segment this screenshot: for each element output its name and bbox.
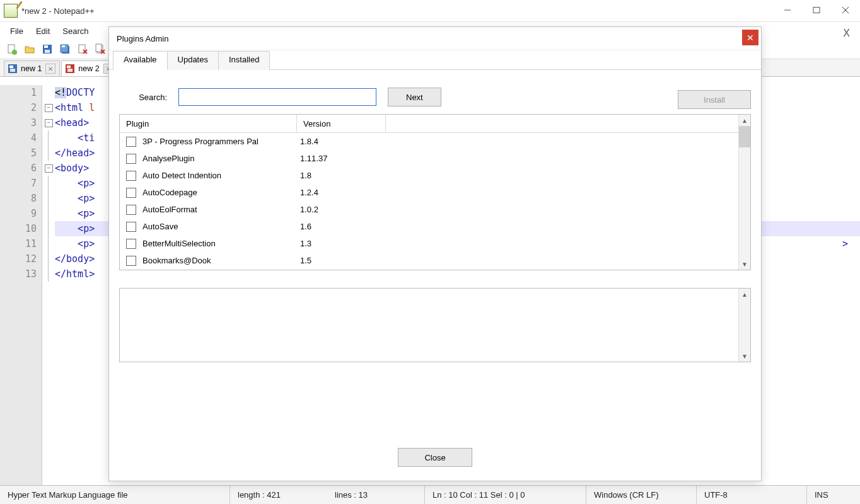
plugin-name: AutoCodepage	[142, 188, 294, 197]
plugin-version: 1.6	[300, 222, 376, 231]
plugin-checkbox[interactable]	[126, 239, 136, 249]
open-file-icon[interactable]	[21, 41, 38, 57]
install-button[interactable]: Install	[678, 90, 751, 109]
column-plugin[interactable]: Plugin	[120, 115, 297, 132]
plugin-checkbox[interactable]	[126, 222, 136, 232]
line-gutter: 12345678910111213	[0, 85, 42, 486]
window-title: *new 2 - Notepad++	[21, 6, 95, 16]
plugin-version: 1.3	[300, 239, 376, 248]
plugin-name: AutoSave	[142, 222, 294, 231]
new-file-icon[interactable]	[4, 41, 20, 57]
tab-available[interactable]: Available	[113, 51, 168, 70]
window-controls	[773, 0, 860, 20]
plugin-row[interactable]: AnalysePlugin1.11.37	[120, 150, 750, 167]
close-all-icon[interactable]	[92, 41, 108, 57]
next-button[interactable]: Next	[388, 88, 441, 106]
menu-edit[interactable]: Edit	[30, 24, 56, 38]
plugin-checkbox[interactable]	[126, 188, 136, 198]
plugin-version: 1.0.2	[300, 205, 376, 214]
status-eol: Windows (CR LF)	[586, 486, 696, 504]
dialog-footer: Close	[109, 448, 761, 467]
status-length: length : 421	[230, 486, 327, 504]
scrollbar[interactable]: ▲ ▼	[738, 289, 750, 362]
plugin-version: 1.8.4	[300, 137, 376, 146]
svg-rect-7	[44, 45, 48, 48]
file-tab-label: new 1	[21, 64, 42, 73]
plugin-name: 3P - Progress Programmers Pal	[142, 137, 294, 146]
status-mode: INS	[806, 486, 860, 504]
app-window: *new 2 - Notepad++ File Edit Search X ne…	[0, 0, 860, 504]
column-spacer	[386, 115, 750, 132]
plugin-version: 1.8	[300, 171, 376, 180]
dialog-tabbar: Available Updates Installed	[109, 50, 761, 70]
svg-rect-16	[96, 44, 102, 52]
app-icon	[4, 4, 18, 18]
plugin-name: AutoEolFormat	[142, 205, 294, 214]
plugin-checkbox[interactable]	[126, 137, 136, 147]
plugin-checkbox[interactable]	[126, 171, 136, 181]
status-pos: Ln : 10 Col : 11 Sel : 0 | 0	[424, 486, 586, 504]
scrollbar[interactable]: ▲ ▼	[738, 115, 750, 270]
plugin-checkbox[interactable]	[126, 256, 136, 266]
plugin-list-body[interactable]: 3P - Progress Programmers Pal1.8.4Analys…	[120, 133, 750, 269]
menu-search[interactable]: Search	[56, 24, 95, 38]
scroll-thumb[interactable]	[739, 126, 750, 147]
search-input[interactable]	[178, 88, 376, 106]
plugin-row[interactable]: Auto Detect Indention1.8	[120, 167, 750, 184]
plugin-row[interactable]: 3P - Progress Programmers Pal1.8.4	[120, 133, 750, 150]
file-tab-label: new 2	[78, 64, 99, 73]
plugin-row[interactable]: Bookmarks@Dook1.5	[120, 252, 750, 269]
close-file-icon[interactable]	[74, 41, 91, 57]
plugin-row[interactable]: AutoEolFormat1.0.2	[120, 201, 750, 218]
status-encoding: UTF-8	[696, 486, 806, 504]
svg-rect-12	[79, 45, 85, 53]
status-lang: Hyper Text Markup Language file	[0, 486, 230, 504]
scroll-up-icon[interactable]: ▲	[739, 115, 750, 126]
tab-installed[interactable]: Installed	[218, 51, 270, 70]
svg-rect-11	[62, 45, 65, 47]
svg-rect-1	[813, 8, 820, 13]
tab-updates[interactable]: Updates	[167, 51, 219, 70]
svg-rect-8	[45, 50, 50, 53]
plugin-version: 1.2.4	[300, 188, 376, 197]
maximize-button[interactable]	[802, 0, 831, 20]
close-button[interactable]: Close	[398, 448, 472, 467]
menu-file[interactable]: File	[4, 24, 30, 38]
plugin-name: Bookmarks@Dook	[142, 256, 294, 265]
statusbar: Hyper Text Markup Language file length :…	[0, 485, 860, 504]
window-close-button[interactable]	[831, 0, 860, 20]
minimize-button[interactable]	[773, 0, 802, 20]
fold-gutter: −−−	[42, 85, 55, 486]
status-lines: lines : 13	[327, 486, 424, 504]
disk-icon	[8, 64, 17, 73]
plugins-admin-dialog: Plugins Admin ✕ Available Updates Instal…	[108, 26, 762, 481]
plugin-checkbox[interactable]	[126, 205, 136, 215]
plugin-name: AnalysePlugin	[142, 154, 294, 163]
file-tab[interactable]: new 1 ✕	[4, 60, 60, 76]
scroll-down-icon[interactable]: ▼	[739, 350, 750, 362]
plugin-row[interactable]: AutoSave1.6	[120, 218, 750, 235]
plugin-description: ▲ ▼	[119, 288, 751, 362]
plugin-name: BetterMultiSelection	[142, 239, 294, 248]
save-icon[interactable]	[39, 41, 55, 57]
disk-icon	[66, 64, 74, 73]
column-version[interactable]: Version	[297, 115, 386, 132]
plugin-version: 1.5	[300, 256, 376, 265]
plugin-list: Plugin Version 3P - Progress Programmers…	[119, 114, 751, 270]
scroll-up-icon[interactable]: ▲	[739, 289, 750, 300]
plugin-row[interactable]: BetterMultiSelection1.3	[120, 235, 750, 252]
search-row: Search: Next	[109, 70, 761, 114]
plugin-name: Auto Detect Indention	[142, 171, 294, 180]
svg-point-5	[12, 50, 17, 55]
dialog-close-button[interactable]: ✕	[742, 30, 758, 45]
dialog-title: Plugins Admin	[117, 34, 168, 43]
plugin-checkbox[interactable]	[126, 154, 136, 164]
tab-close-x[interactable]: X	[843, 28, 850, 39]
plugin-list-header: Plugin Version	[120, 115, 750, 133]
save-all-icon[interactable]	[57, 41, 73, 57]
search-label: Search:	[132, 93, 167, 102]
close-icon[interactable]: ✕	[45, 64, 55, 74]
scroll-down-icon[interactable]: ▼	[739, 258, 750, 270]
dialog-titlebar: Plugins Admin ✕	[109, 27, 761, 50]
plugin-row[interactable]: AutoCodepage1.2.4	[120, 184, 750, 201]
